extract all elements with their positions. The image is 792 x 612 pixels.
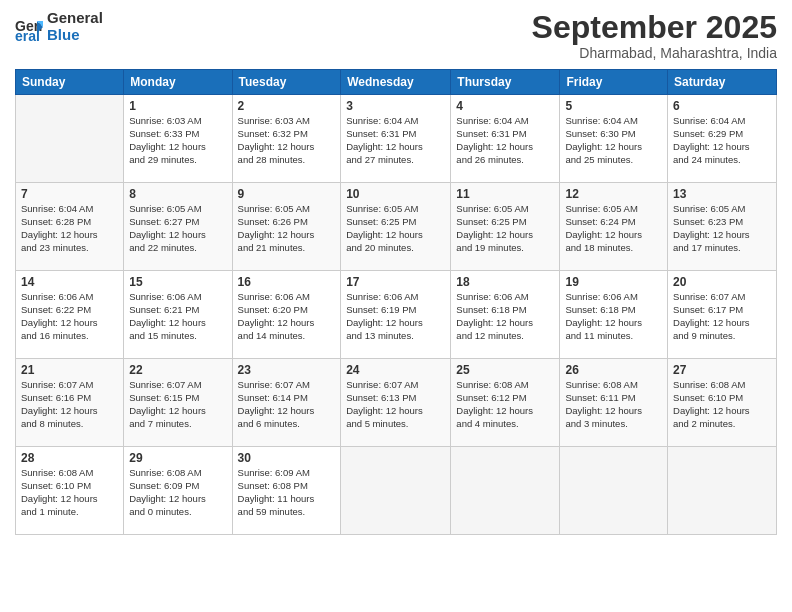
calendar-day: 1Sunrise: 6:03 AM Sunset: 6:33 PM Daylig… bbox=[124, 95, 232, 183]
day-details: Sunrise: 6:03 AM Sunset: 6:33 PM Dayligh… bbox=[129, 115, 226, 166]
day-number: 30 bbox=[238, 451, 336, 465]
day-details: Sunrise: 6:05 AM Sunset: 6:25 PM Dayligh… bbox=[456, 203, 554, 254]
svg-text:eral: eral bbox=[15, 28, 40, 41]
day-details: Sunrise: 6:05 AM Sunset: 6:26 PM Dayligh… bbox=[238, 203, 336, 254]
day-details: Sunrise: 6:03 AM Sunset: 6:32 PM Dayligh… bbox=[238, 115, 336, 166]
calendar-day bbox=[560, 447, 668, 535]
calendar-week-4: 21Sunrise: 6:07 AM Sunset: 6:16 PM Dayli… bbox=[16, 359, 777, 447]
calendar-day: 4Sunrise: 6:04 AM Sunset: 6:31 PM Daylig… bbox=[451, 95, 560, 183]
calendar-day: 28Sunrise: 6:08 AM Sunset: 6:10 PM Dayli… bbox=[16, 447, 124, 535]
calendar-day: 22Sunrise: 6:07 AM Sunset: 6:15 PM Dayli… bbox=[124, 359, 232, 447]
day-number: 13 bbox=[673, 187, 771, 201]
col-thursday: Thursday bbox=[451, 70, 560, 95]
logo-icon: Gen eral bbox=[15, 13, 43, 41]
col-tuesday: Tuesday bbox=[232, 70, 341, 95]
logo-text-line2: Blue bbox=[47, 27, 103, 44]
day-number: 26 bbox=[565, 363, 662, 377]
calendar-day: 29Sunrise: 6:08 AM Sunset: 6:09 PM Dayli… bbox=[124, 447, 232, 535]
calendar-week-3: 14Sunrise: 6:06 AM Sunset: 6:22 PM Dayli… bbox=[16, 271, 777, 359]
calendar-table: Sunday Monday Tuesday Wednesday Thursday… bbox=[15, 69, 777, 535]
calendar-day: 24Sunrise: 6:07 AM Sunset: 6:13 PM Dayli… bbox=[341, 359, 451, 447]
title-section: September 2025 Dharmabad, Maharashtra, I… bbox=[532, 10, 777, 61]
day-number: 21 bbox=[21, 363, 118, 377]
logo: Gen eral General Blue bbox=[15, 10, 103, 43]
calendar-day: 15Sunrise: 6:06 AM Sunset: 6:21 PM Dayli… bbox=[124, 271, 232, 359]
day-number: 7 bbox=[21, 187, 118, 201]
col-wednesday: Wednesday bbox=[341, 70, 451, 95]
day-number: 19 bbox=[565, 275, 662, 289]
calendar-header-row: Sunday Monday Tuesday Wednesday Thursday… bbox=[16, 70, 777, 95]
day-number: 18 bbox=[456, 275, 554, 289]
calendar-day: 26Sunrise: 6:08 AM Sunset: 6:11 PM Dayli… bbox=[560, 359, 668, 447]
calendar-day bbox=[451, 447, 560, 535]
day-number: 25 bbox=[456, 363, 554, 377]
day-details: Sunrise: 6:05 AM Sunset: 6:25 PM Dayligh… bbox=[346, 203, 445, 254]
day-number: 8 bbox=[129, 187, 226, 201]
day-details: Sunrise: 6:05 AM Sunset: 6:24 PM Dayligh… bbox=[565, 203, 662, 254]
logo-text-line1: General bbox=[47, 10, 103, 27]
day-details: Sunrise: 6:08 AM Sunset: 6:11 PM Dayligh… bbox=[565, 379, 662, 430]
day-number: 15 bbox=[129, 275, 226, 289]
calendar-day: 11Sunrise: 6:05 AM Sunset: 6:25 PM Dayli… bbox=[451, 183, 560, 271]
day-details: Sunrise: 6:04 AM Sunset: 6:28 PM Dayligh… bbox=[21, 203, 118, 254]
day-number: 11 bbox=[456, 187, 554, 201]
calendar-day bbox=[668, 447, 777, 535]
calendar-day: 23Sunrise: 6:07 AM Sunset: 6:14 PM Dayli… bbox=[232, 359, 341, 447]
day-details: Sunrise: 6:06 AM Sunset: 6:22 PM Dayligh… bbox=[21, 291, 118, 342]
calendar-day: 30Sunrise: 6:09 AM Sunset: 6:08 PM Dayli… bbox=[232, 447, 341, 535]
calendar-day: 2Sunrise: 6:03 AM Sunset: 6:32 PM Daylig… bbox=[232, 95, 341, 183]
day-number: 23 bbox=[238, 363, 336, 377]
day-details: Sunrise: 6:07 AM Sunset: 6:17 PM Dayligh… bbox=[673, 291, 771, 342]
day-details: Sunrise: 6:05 AM Sunset: 6:27 PM Dayligh… bbox=[129, 203, 226, 254]
month-title: September 2025 bbox=[532, 10, 777, 45]
calendar-day: 27Sunrise: 6:08 AM Sunset: 6:10 PM Dayli… bbox=[668, 359, 777, 447]
day-number: 20 bbox=[673, 275, 771, 289]
calendar-day bbox=[16, 95, 124, 183]
day-number: 10 bbox=[346, 187, 445, 201]
day-details: Sunrise: 6:06 AM Sunset: 6:19 PM Dayligh… bbox=[346, 291, 445, 342]
day-number: 9 bbox=[238, 187, 336, 201]
day-number: 1 bbox=[129, 99, 226, 113]
day-details: Sunrise: 6:06 AM Sunset: 6:18 PM Dayligh… bbox=[565, 291, 662, 342]
day-details: Sunrise: 6:04 AM Sunset: 6:31 PM Dayligh… bbox=[456, 115, 554, 166]
day-number: 2 bbox=[238, 99, 336, 113]
calendar-week-2: 7Sunrise: 6:04 AM Sunset: 6:28 PM Daylig… bbox=[16, 183, 777, 271]
day-number: 17 bbox=[346, 275, 445, 289]
day-details: Sunrise: 6:08 AM Sunset: 6:09 PM Dayligh… bbox=[129, 467, 226, 518]
day-details: Sunrise: 6:06 AM Sunset: 6:21 PM Dayligh… bbox=[129, 291, 226, 342]
calendar-day: 7Sunrise: 6:04 AM Sunset: 6:28 PM Daylig… bbox=[16, 183, 124, 271]
calendar-day: 10Sunrise: 6:05 AM Sunset: 6:25 PM Dayli… bbox=[341, 183, 451, 271]
day-number: 29 bbox=[129, 451, 226, 465]
location-subtitle: Dharmabad, Maharashtra, India bbox=[532, 45, 777, 61]
calendar-day: 6Sunrise: 6:04 AM Sunset: 6:29 PM Daylig… bbox=[668, 95, 777, 183]
day-number: 5 bbox=[565, 99, 662, 113]
calendar-day: 18Sunrise: 6:06 AM Sunset: 6:18 PM Dayli… bbox=[451, 271, 560, 359]
day-number: 6 bbox=[673, 99, 771, 113]
calendar-day: 20Sunrise: 6:07 AM Sunset: 6:17 PM Dayli… bbox=[668, 271, 777, 359]
day-details: Sunrise: 6:04 AM Sunset: 6:31 PM Dayligh… bbox=[346, 115, 445, 166]
calendar-day bbox=[341, 447, 451, 535]
day-number: 14 bbox=[21, 275, 118, 289]
calendar-week-1: 1Sunrise: 6:03 AM Sunset: 6:33 PM Daylig… bbox=[16, 95, 777, 183]
day-details: Sunrise: 6:04 AM Sunset: 6:30 PM Dayligh… bbox=[565, 115, 662, 166]
calendar-day: 21Sunrise: 6:07 AM Sunset: 6:16 PM Dayli… bbox=[16, 359, 124, 447]
day-details: Sunrise: 6:04 AM Sunset: 6:29 PM Dayligh… bbox=[673, 115, 771, 166]
calendar-day: 16Sunrise: 6:06 AM Sunset: 6:20 PM Dayli… bbox=[232, 271, 341, 359]
day-details: Sunrise: 6:08 AM Sunset: 6:10 PM Dayligh… bbox=[673, 379, 771, 430]
day-details: Sunrise: 6:05 AM Sunset: 6:23 PM Dayligh… bbox=[673, 203, 771, 254]
calendar-day: 3Sunrise: 6:04 AM Sunset: 6:31 PM Daylig… bbox=[341, 95, 451, 183]
day-details: Sunrise: 6:06 AM Sunset: 6:18 PM Dayligh… bbox=[456, 291, 554, 342]
day-details: Sunrise: 6:08 AM Sunset: 6:12 PM Dayligh… bbox=[456, 379, 554, 430]
calendar-day: 14Sunrise: 6:06 AM Sunset: 6:22 PM Dayli… bbox=[16, 271, 124, 359]
day-number: 24 bbox=[346, 363, 445, 377]
day-details: Sunrise: 6:07 AM Sunset: 6:16 PM Dayligh… bbox=[21, 379, 118, 430]
header: Gen eral General Blue September 2025 Dha… bbox=[15, 10, 777, 61]
calendar-day: 25Sunrise: 6:08 AM Sunset: 6:12 PM Dayli… bbox=[451, 359, 560, 447]
day-details: Sunrise: 6:07 AM Sunset: 6:14 PM Dayligh… bbox=[238, 379, 336, 430]
day-number: 27 bbox=[673, 363, 771, 377]
calendar-day: 19Sunrise: 6:06 AM Sunset: 6:18 PM Dayli… bbox=[560, 271, 668, 359]
day-details: Sunrise: 6:08 AM Sunset: 6:10 PM Dayligh… bbox=[21, 467, 118, 518]
col-monday: Monday bbox=[124, 70, 232, 95]
col-saturday: Saturday bbox=[668, 70, 777, 95]
day-number: 3 bbox=[346, 99, 445, 113]
